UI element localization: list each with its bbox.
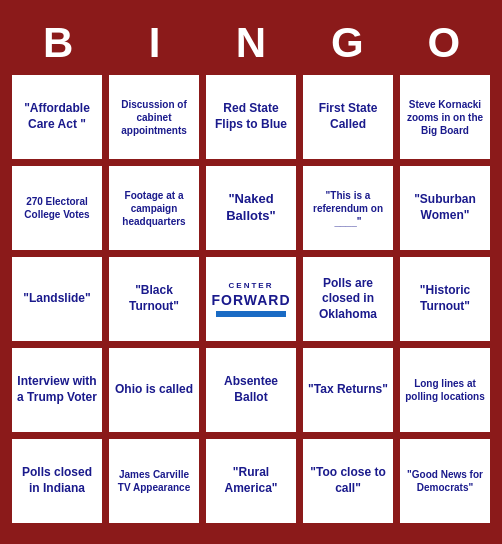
- cell-text: James Carville TV Appearance: [114, 468, 194, 494]
- bingo-cell: "Too close to call": [301, 437, 395, 525]
- bingo-cell: Polls are closed in Oklahoma: [301, 255, 395, 343]
- bingo-cell: "Rural America": [204, 437, 298, 525]
- bingo-cell: Discussion of cabinet appointments: [107, 73, 201, 161]
- bingo-letter: N: [207, 19, 295, 67]
- cell-text: Interview with a Trump Voter: [17, 374, 97, 405]
- bingo-cell: "Historic Turnout": [398, 255, 492, 343]
- bingo-cell: Polls closed in Indiana: [10, 437, 104, 525]
- bingo-cell: Footage at a campaign headquarters: [107, 164, 201, 252]
- bingo-card: BINGO "Affordable Care Act "Discussion o…: [0, 9, 502, 535]
- cell-text: Long lines at polling locations: [405, 377, 485, 403]
- bingo-cell: Interview with a Trump Voter: [10, 346, 104, 434]
- bingo-cell: Long lines at polling locations: [398, 346, 492, 434]
- cell-text: 270 Electoral College Votes: [17, 195, 97, 221]
- cell-text: "Landslide": [23, 291, 90, 307]
- bingo-header: BINGO: [10, 19, 492, 67]
- cell-text: Red State Flips to Blue: [211, 101, 291, 132]
- bingo-grid: "Affordable Care Act "Discussion of cabi…: [10, 73, 492, 525]
- cell-text: Steve Kornacki zooms in on the Big Board: [405, 98, 485, 137]
- bingo-cell: "Suburban Women": [398, 164, 492, 252]
- bingo-cell: James Carville TV Appearance: [107, 437, 201, 525]
- bingo-cell: "Affordable Care Act ": [10, 73, 104, 161]
- bingo-cell: "Landslide": [10, 255, 104, 343]
- cell-text: Polls are closed in Oklahoma: [308, 276, 388, 323]
- bingo-cell: First State Called: [301, 73, 395, 161]
- bingo-cell: "This is a referendum on ____": [301, 164, 395, 252]
- bingo-letter: B: [14, 19, 102, 67]
- cell-text: "Tax Returns": [308, 382, 388, 398]
- cell-text: "Affordable Care Act ": [17, 101, 97, 132]
- cell-text: Footage at a campaign headquarters: [114, 189, 194, 228]
- bingo-cell: Absentee Ballot: [204, 346, 298, 434]
- cell-text: Discussion of cabinet appointments: [114, 98, 194, 137]
- bingo-cell: "Good News for Democrats": [398, 437, 492, 525]
- cell-text: "Too close to call": [308, 465, 388, 496]
- cell-text: First State Called: [308, 101, 388, 132]
- bingo-cell: CENTER FORWARD: [204, 255, 298, 343]
- cell-text: Ohio is called: [115, 382, 193, 398]
- bingo-cell: Ohio is called: [107, 346, 201, 434]
- cell-text: Polls closed in Indiana: [17, 465, 97, 496]
- bingo-letter: O: [400, 19, 488, 67]
- bingo-cell: Steve Kornacki zooms in on the Big Board: [398, 73, 492, 161]
- cell-text: Absentee Ballot: [211, 374, 291, 405]
- bingo-letter: G: [303, 19, 391, 67]
- bingo-cell: "Tax Returns": [301, 346, 395, 434]
- cell-text: "Rural America": [211, 465, 291, 496]
- cell-text: "Suburban Women": [405, 192, 485, 223]
- bingo-cell: "Naked Ballots": [204, 164, 298, 252]
- cell-text: "This is a referendum on ____": [308, 189, 388, 228]
- cell-text: "Historic Turnout": [405, 283, 485, 314]
- cell-text: "Good News for Democrats": [405, 468, 485, 494]
- cell-text: "Black Turnout": [114, 283, 194, 314]
- bingo-letter: I: [111, 19, 199, 67]
- bingo-cell: Red State Flips to Blue: [204, 73, 298, 161]
- bingo-cell: 270 Electoral College Votes: [10, 164, 104, 252]
- bingo-cell: "Black Turnout": [107, 255, 201, 343]
- cell-text: "Naked Ballots": [211, 191, 291, 225]
